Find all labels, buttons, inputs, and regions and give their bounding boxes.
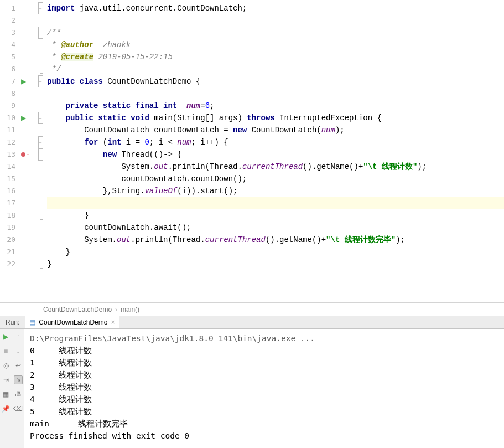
- layout-icon[interactable]: ▦: [2, 390, 11, 399]
- code-editor[interactable]: 12345678910111213141516171819202122 ▶▶↑ …: [0, 0, 504, 302]
- breadcrumb-bar[interactable]: CountDownLatchDemo › main(): [0, 302, 504, 316]
- print-icon[interactable]: 🖶: [14, 390, 23, 399]
- pin-icon[interactable]: 📌: [2, 404, 11, 413]
- code-content[interactable]: import java.util.concurrent.CountDownLat…: [44, 0, 504, 302]
- line-number-column: 12345678910111213141516171819202122: [0, 0, 19, 302]
- run-tab-label: CountDownLatchDemo: [39, 318, 107, 326]
- chevron-right-icon: ›: [115, 306, 117, 313]
- scroll-to-end-icon[interactable]: ⭸: [14, 375, 23, 384]
- run-config-icon: ▤: [29, 318, 35, 326]
- rerun-icon[interactable]: ▶: [2, 332, 11, 341]
- fold-toggle-icon[interactable]: −: [38, 148, 43, 161]
- run-label: Run:: [0, 318, 25, 326]
- breadcrumb-method[interactable]: main(): [121, 306, 139, 313]
- fold-toggle-icon[interactable]: −: [38, 75, 43, 87]
- up-icon[interactable]: ↑: [14, 332, 23, 341]
- run-panel-header: Run: ▤ CountDownLatchDemo ×: [0, 316, 504, 329]
- run-toolbar-secondary: ↑ ↓ ↩ ⭸ 🖶 ⌫: [12, 329, 24, 448]
- breadcrumb-class[interactable]: CountDownLatchDemo: [43, 306, 112, 313]
- run-panel: ▶ ■ ◎ ⇥ ▦ 📌 ↑ ↓ ↩ ⭸ 🖶 ⌫ D:\ProgramFiles\…: [0, 329, 504, 448]
- clear-icon[interactable]: ⌫: [14, 404, 23, 413]
- close-icon[interactable]: ×: [111, 318, 115, 326]
- editor-gutter: 12345678910111213141516171819202122 ▶▶↑: [0, 0, 37, 302]
- run-gutter-icon[interactable]: ▶: [21, 114, 26, 122]
- breakpoint-icon[interactable]: [21, 152, 25, 157]
- stop-icon[interactable]: ■: [2, 347, 11, 356]
- marker-column[interactable]: ▶▶↑: [19, 0, 37, 302]
- console-output[interactable]: D:\ProgramFiles\JavaTest\java\jdk1.8.0_1…: [24, 329, 504, 448]
- run-tab[interactable]: ▤ CountDownLatchDemo ×: [25, 316, 119, 328]
- fold-toggle-icon[interactable]: −: [38, 2, 43, 14]
- exit-icon[interactable]: ⇥: [2, 375, 11, 384]
- fold-toggle-icon[interactable]: −: [38, 136, 43, 148]
- fold-toggle-icon[interactable]: −: [38, 27, 43, 39]
- fold-column[interactable]: −−−−−−: [37, 0, 44, 302]
- dump-icon[interactable]: ◎: [2, 361, 11, 370]
- run-gutter-icon[interactable]: ▶: [21, 78, 26, 85]
- soft-wrap-icon[interactable]: ↩: [14, 361, 23, 370]
- down-icon[interactable]: ↓: [14, 347, 23, 356]
- run-toolbar-primary: ▶ ■ ◎ ⇥ ▦ 📌: [0, 329, 12, 448]
- fold-toggle-icon[interactable]: −: [38, 112, 43, 124]
